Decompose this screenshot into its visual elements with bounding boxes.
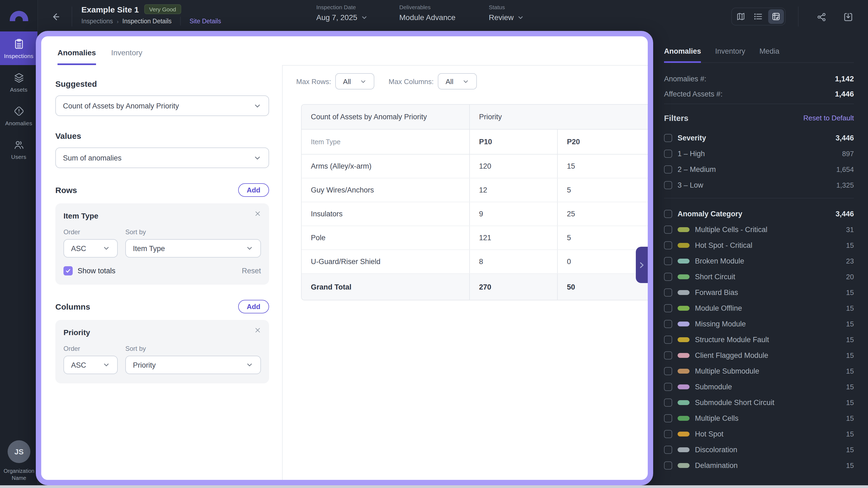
pivot-config-panel: Suggested Count of Assets by Anomaly Pri… (41, 65, 283, 480)
row-reset-link[interactable]: Reset (242, 267, 261, 275)
filter-item-checkbox[interactable] (664, 367, 672, 375)
pivot-table-body: Arms (Alley/x-arm) 120 15 Guy Wires/Anch… (302, 155, 648, 274)
column-header-p20: P20 (558, 130, 648, 154)
row-order-select[interactable]: ASC (63, 239, 118, 258)
row-label-cell: Arms (Alley/x-arm) (302, 155, 470, 178)
category-color-swatch (678, 258, 689, 263)
site-details-link[interactable]: Site Details (190, 18, 221, 24)
tab-media[interactable]: Media (760, 47, 780, 62)
filter-item-checkbox[interactable] (664, 181, 672, 189)
category-filter-item[interactable]: Submodule 15 (664, 381, 854, 392)
add-row-button[interactable]: Add (238, 183, 269, 197)
filter-item-checkbox[interactable] (664, 304, 672, 312)
filter-item-checkbox[interactable] (664, 430, 672, 438)
map-view-button[interactable] (732, 8, 749, 25)
share-button[interactable] (815, 10, 828, 23)
status-value[interactable]: Review (489, 13, 524, 22)
row-value-cell: 15 (558, 155, 648, 178)
download-button[interactable] (841, 10, 855, 23)
filter-item-checkbox[interactable] (664, 461, 672, 469)
max-columns-select[interactable]: All (438, 73, 477, 90)
tab-anomalies[interactable]: Anomalies (664, 47, 701, 63)
filter-item-label: Forward Bias (695, 288, 841, 296)
table-row: Insulators 9 25 (302, 202, 648, 226)
order-label: Order (63, 228, 118, 236)
category-filter-item[interactable]: Client Flagged Module 15 (664, 350, 854, 361)
category-filter-item[interactable]: Hot Spot 15 (664, 428, 854, 439)
category-filter-item[interactable]: Multiple Cells - Critical 31 (664, 224, 854, 235)
filter-item-checkbox[interactable] (664, 225, 672, 233)
filter-item-checkbox[interactable] (664, 288, 672, 296)
breadcrumb-inspections[interactable]: Inspections (82, 18, 113, 24)
severity-filter-item[interactable]: 3 – Low 1,325 (664, 180, 854, 190)
add-column-button[interactable]: Add (238, 300, 269, 314)
filter-item-checkbox[interactable] (664, 414, 672, 422)
sidebar-item-anomalies[interactable]: Anomalies (0, 99, 37, 132)
window-bottom-edge (0, 485, 868, 488)
back-arrow-icon (51, 11, 61, 22)
back-button[interactable] (49, 10, 63, 24)
category-filter-item[interactable]: Submodule Short Circuit 15 (664, 397, 854, 408)
pivot-view-button[interactable] (769, 9, 784, 24)
severity-filter-item[interactable]: 2 – Medium 1,654 (664, 164, 854, 174)
collapse-panel-handle[interactable] (636, 247, 648, 283)
filter-group-severity[interactable]: Severity 3,446 (664, 132, 854, 143)
map-icon (736, 11, 746, 22)
inspection-date-value[interactable]: Aug 7, 2025 (316, 13, 368, 22)
filter-item-checkbox[interactable] (664, 351, 672, 359)
severity-checkbox[interactable] (664, 134, 672, 142)
modal-tab-anomalies[interactable]: Anomalies (58, 48, 96, 66)
app-logo[interactable] (0, 0, 37, 31)
category-filter-item[interactable]: Hot Spot - Critical 15 (664, 240, 854, 251)
values-select[interactable]: Sum of anomalies (55, 148, 269, 168)
category-filter-item[interactable]: Short Circuit 20 (664, 271, 854, 282)
sidebar-item-label: Inspections (4, 52, 33, 59)
filter-item-checkbox[interactable] (664, 398, 672, 406)
filter-item-checkbox[interactable] (664, 165, 672, 173)
category-filter-item[interactable]: Discoloration 15 (664, 444, 854, 455)
anomaly-category-checkbox[interactable] (664, 209, 672, 218)
breadcrumb-chevron-icon: › (117, 18, 119, 24)
category-filter-item[interactable]: Broken Module 23 (664, 255, 854, 266)
filter-group-anomaly-category[interactable]: Anomaly Category 3,446 (664, 208, 854, 219)
filter-item-checkbox[interactable] (664, 446, 672, 454)
modal-tab-inventory[interactable]: Inventory (111, 48, 143, 65)
filter-item-checkbox[interactable] (664, 272, 672, 281)
reset-to-default-link[interactable]: Reset to Default (803, 114, 854, 122)
filter-item-checkbox[interactable] (664, 150, 672, 158)
remove-row-dimension-button[interactable] (253, 209, 262, 219)
filter-item-checkbox[interactable] (664, 320, 672, 328)
category-filter-item[interactable]: Delamination 15 (664, 460, 854, 470)
filter-item-checkbox[interactable] (664, 383, 672, 391)
filter-item-label: 1 – High (678, 150, 837, 158)
filter-item-checkbox[interactable] (664, 335, 672, 344)
avatar[interactable]: JS (8, 440, 30, 463)
category-filter-item[interactable]: Structure Module Fault 15 (664, 334, 854, 345)
category-filter-item[interactable]: Missing Module 15 (664, 318, 854, 329)
severity-filter-item[interactable]: 1 – High 897 (664, 148, 854, 159)
max-rows-select[interactable]: All (336, 73, 375, 90)
status-label: Status (489, 4, 524, 10)
show-totals-checkbox[interactable] (63, 266, 73, 275)
remove-column-dimension-button[interactable] (253, 325, 262, 335)
category-filter-item[interactable]: Multiple Submodule 15 (664, 365, 854, 376)
sidebar-item-assets[interactable]: Assets (0, 65, 37, 99)
max-columns-label: Max Columns: (389, 77, 434, 86)
tab-inventory[interactable]: Inventory (715, 47, 745, 62)
list-view-button[interactable] (749, 8, 767, 25)
row-sort-by-select[interactable]: Item Type (125, 239, 261, 258)
row-label-cell: U-Guard/Riser Shield (302, 250, 470, 273)
suggested-select[interactable]: Count of Assets by Anomaly Priority (55, 95, 269, 116)
category-filter-item[interactable]: Forward Bias 15 (664, 287, 854, 298)
column-sort-by-select[interactable]: Priority (125, 356, 261, 374)
filters-header: Filters Reset to Default (664, 113, 854, 123)
column-order-select[interactable]: ASC (63, 356, 118, 374)
filter-item-checkbox[interactable] (664, 257, 672, 265)
sidebar-item-users[interactable]: Users (0, 132, 37, 166)
filter-item-checkbox[interactable] (664, 241, 672, 249)
filter-item-count: 1,654 (836, 165, 854, 173)
sidebar-item-inspections[interactable]: Inspections (0, 31, 37, 65)
column-dimension-title: Priority (63, 328, 261, 337)
category-filter-item[interactable]: Module Offline 15 (664, 302, 854, 314)
category-filter-item[interactable]: Multiple Cells 15 (664, 413, 854, 423)
